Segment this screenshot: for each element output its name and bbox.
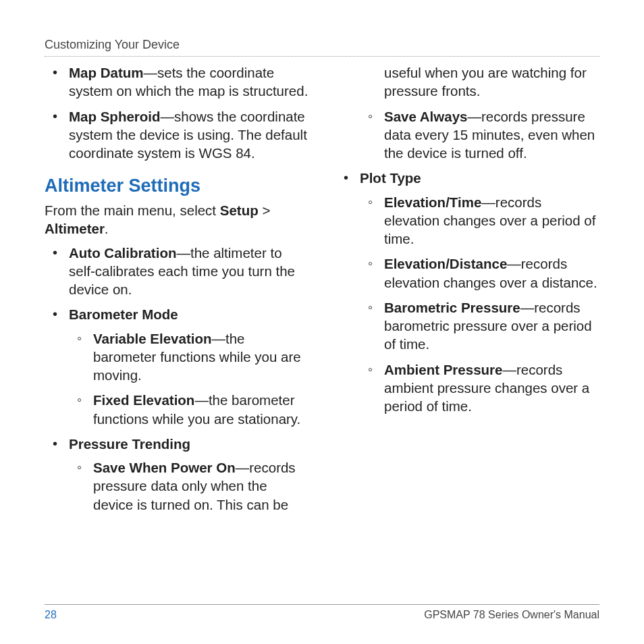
continuation-text: useful when you are watching for pressur…: [336, 63, 599, 101]
item-map-datum: Map Datum—sets the coordinate system on …: [45, 63, 308, 101]
item-elevation-distance: Elevation/Distance—records elevation cha…: [360, 254, 599, 292]
item-pressure-trending: Pressure Trending Save When Power On—rec…: [45, 435, 308, 514]
term-elevation-distance: Elevation/Distance: [384, 256, 507, 271]
plot-type-sublist: Elevation/Time—records elevation changes…: [360, 193, 599, 416]
section-title-altimeter: Altimeter Settings: [45, 174, 308, 198]
term-plot-type: Plot Type: [360, 170, 421, 186]
page-number: 28: [45, 609, 57, 621]
manual-page: Customizing Your Device Map Datum—sets t…: [0, 0, 644, 644]
term-map-spheroid: Map Spheroid: [69, 109, 161, 124]
term-save-always: Save Always: [384, 109, 467, 124]
term-elevation-time: Elevation/Time: [384, 194, 481, 210]
breadcrumb: Customizing Your Device: [45, 38, 180, 51]
term-pressure-trending: Pressure Trending: [69, 436, 190, 452]
item-barometric-pressure: Barometric Pressure—records barometric p…: [360, 298, 599, 354]
term-barometer-mode: Barometer Mode: [69, 306, 178, 322]
item-barometer-mode: Barometer Mode Variable Elevation—the ba…: [45, 305, 308, 428]
item-plot-type: Plot Type Elevation/Time—records elevati…: [336, 169, 599, 415]
manual-title: GPSMAP 78 Series Owner's Manual: [424, 609, 599, 621]
term-variable-elevation: Variable Elevation: [93, 331, 211, 346]
intro-setup: Setup: [220, 203, 259, 218]
term-ambient-pressure: Ambient Pressure: [384, 362, 502, 377]
page-header: Customizing Your Device: [45, 38, 599, 57]
body-columns: Map Datum—sets the coordinate system on …: [45, 63, 599, 597]
term-barometric-pressure: Barometric Pressure: [384, 300, 520, 315]
plot-type-list: Plot Type Elevation/Time—records elevati…: [336, 169, 599, 415]
item-elevation-time: Elevation/Time—records elevation changes…: [360, 193, 599, 248]
intro-altimeter: Altimeter: [45, 221, 105, 236]
intro-gt: >: [259, 203, 271, 218]
item-auto-calibration: Auto Calibration—the altimeter to self-c…: [45, 244, 308, 299]
item-fixed-elevation: Fixed Elevation—the barometer functions …: [69, 391, 308, 428]
item-variable-elevation: Variable Elevation—the barometer functio…: [69, 329, 308, 385]
term-map-datum: Map Datum: [69, 65, 143, 80]
item-save-always: Save Always—records pressure data every …: [336, 107, 599, 163]
pressure-sublist-left: Save When Power On—records pressure data…: [69, 458, 308, 514]
intro-period: .: [105, 221, 109, 236]
intro-prefix: From the main menu, select: [45, 203, 220, 218]
altimeter-list: Auto Calibration—the altimeter to self-c…: [45, 244, 308, 514]
top-bullet-list: Map Datum—sets the coordinate system on …: [45, 63, 308, 162]
term-save-when-power-on: Save When Power On: [93, 460, 236, 475]
item-ambient-pressure: Ambient Pressure—records ambient pressur…: [360, 360, 599, 416]
term-auto-calibration: Auto Calibration: [69, 245, 176, 261]
barometer-sublist: Variable Elevation—the barometer functio…: [69, 329, 308, 428]
item-map-spheroid: Map Spheroid—shows the coordinate system…: [45, 107, 308, 163]
altimeter-intro: From the main menu, select Setup > Altim…: [45, 201, 308, 238]
page-footer: 28 GPSMAP 78 Series Owner's Manual: [45, 604, 599, 621]
item-save-when-power-on: Save When Power On—records pressure data…: [69, 458, 308, 514]
term-fixed-elevation: Fixed Elevation: [93, 392, 194, 408]
